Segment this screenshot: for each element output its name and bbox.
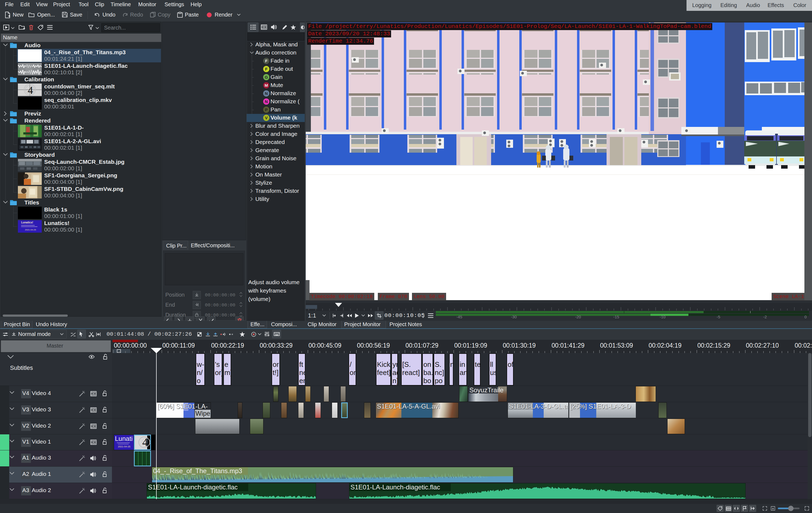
svg-text:2021-04-25: 2021-04-25 [25, 229, 36, 231]
svg-text:4: 4 [28, 84, 33, 96]
svg-text:Lunatics!: Lunatics! [21, 221, 33, 224]
